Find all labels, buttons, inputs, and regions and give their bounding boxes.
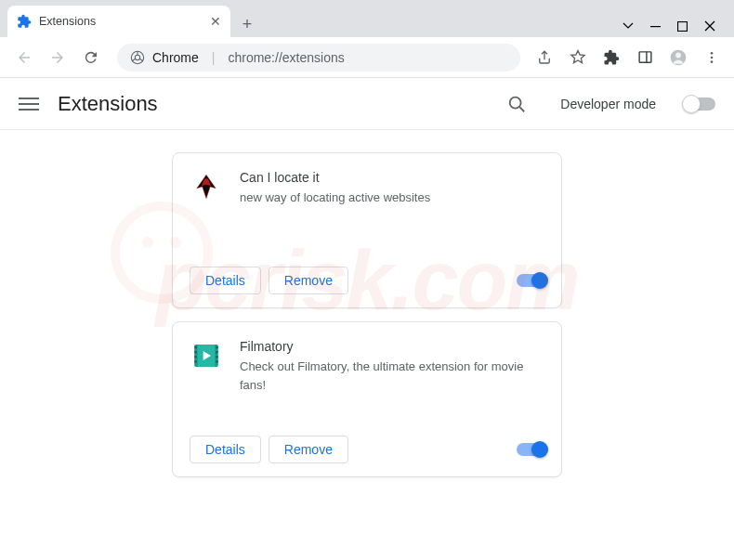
svg-point-8 — [711, 52, 714, 55]
svg-rect-20 — [216, 351, 218, 354]
extension-description: new way of locating active websites — [240, 189, 544, 207]
bookmark-star-icon[interactable] — [567, 46, 589, 69]
extension-toggle[interactable] — [517, 443, 544, 456]
page-title: Extensions — [58, 92, 488, 116]
back-button[interactable] — [11, 45, 37, 71]
svg-rect-17 — [194, 356, 197, 358]
reload-button[interactable] — [78, 45, 104, 71]
search-icon[interactable] — [506, 94, 527, 114]
svg-point-3 — [135, 55, 139, 59]
minimize-button[interactable] — [650, 21, 661, 32]
svg-rect-22 — [216, 360, 218, 363]
browser-tab[interactable]: Extensions ✕ — [7, 6, 230, 37]
svg-line-12 — [519, 107, 524, 111]
url-origin: Chrome — [152, 50, 199, 65]
puzzle-icon — [17, 14, 32, 29]
sidepanel-icon[interactable] — [634, 46, 656, 69]
extensions-header: Extensions Developer mode — [0, 78, 734, 130]
extension-name: Filmatory — [240, 339, 544, 354]
extension-toggle[interactable] — [517, 274, 544, 287]
svg-rect-18 — [194, 360, 197, 363]
developer-mode-toggle[interactable] — [684, 98, 715, 111]
remove-button[interactable]: Remove — [269, 436, 348, 463]
svg-rect-19 — [216, 346, 218, 349]
svg-point-9 — [711, 56, 714, 59]
extension-name: Can I locate it — [240, 170, 544, 185]
svg-point-11 — [510, 97, 521, 108]
svg-point-10 — [711, 60, 714, 63]
maximize-button[interactable] — [677, 21, 688, 32]
url-path: chrome://extensions — [228, 50, 344, 65]
svg-point-7 — [675, 52, 681, 58]
extension-description: Check out Filmatory, the ultimate extens… — [240, 358, 544, 394]
hamburger-menu-icon[interactable] — [19, 94, 39, 114]
new-tab-button[interactable]: + — [234, 11, 260, 37]
share-icon[interactable] — [533, 46, 556, 69]
address-bar[interactable]: Chrome | chrome://extensions — [117, 44, 520, 72]
details-button[interactable]: Details — [190, 436, 261, 463]
close-window-button[interactable] — [704, 20, 715, 32]
svg-rect-1 — [678, 21, 688, 31]
chrome-logo-icon — [130, 50, 145, 65]
svg-rect-16 — [194, 351, 197, 354]
window-controls — [623, 20, 727, 37]
remove-button[interactable]: Remove — [269, 267, 348, 294]
extensions-list: Can I locate it new way of locating acti… — [0, 130, 734, 500]
tab-title: Extensions — [39, 15, 203, 28]
extensions-puzzle-icon[interactable] — [600, 46, 623, 69]
svg-rect-21 — [216, 356, 218, 358]
profile-avatar-icon[interactable] — [667, 46, 689, 69]
extension-icon — [190, 339, 223, 372]
menu-dots-icon[interactable] — [701, 46, 723, 69]
extension-card: Filmatory Check out Filmatory, the ultim… — [172, 321, 562, 477]
extension-card: Can I locate it new way of locating acti… — [172, 152, 562, 308]
svg-rect-4 — [639, 52, 651, 62]
close-tab-icon[interactable]: ✕ — [210, 14, 221, 29]
forward-button[interactable] — [45, 45, 71, 71]
details-button[interactable]: Details — [190, 267, 261, 294]
browser-toolbar: Chrome | chrome://extensions — [0, 37, 734, 78]
window-titlebar: Extensions ✕ + — [0, 0, 734, 37]
svg-rect-15 — [194, 346, 197, 349]
dropdown-icon[interactable] — [623, 20, 634, 32]
extension-icon — [190, 170, 223, 203]
svg-rect-0 — [650, 26, 661, 27]
developer-mode-label: Developer mode — [560, 97, 656, 111]
